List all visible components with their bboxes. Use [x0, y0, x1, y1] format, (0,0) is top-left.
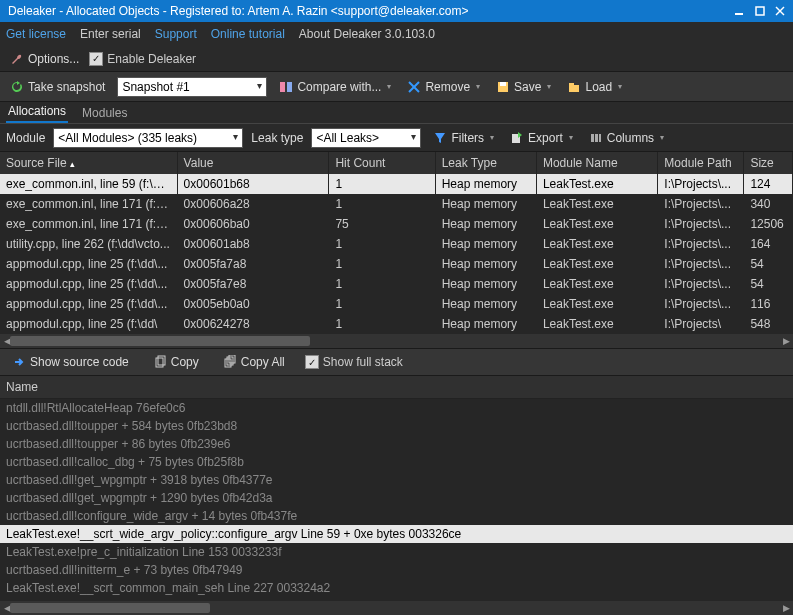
remove-label: Remove [425, 80, 470, 94]
filters-button[interactable]: Filters ▾ [429, 129, 498, 147]
minimize-button[interactable] [731, 3, 749, 19]
scroll-right-icon[interactable]: ▶ [779, 601, 793, 615]
col-source[interactable]: Source File▴ [0, 152, 177, 174]
cell-mod: LeakTest.exe [536, 314, 657, 334]
snapshot-select[interactable]: Snapshot #1 [117, 77, 267, 97]
col-value[interactable]: Value [177, 152, 329, 174]
copy-button[interactable]: Copy [149, 353, 203, 371]
maximize-button[interactable] [751, 3, 769, 19]
load-button[interactable]: Load ▾ [563, 78, 626, 96]
menu-enter-serial[interactable]: Enter serial [80, 27, 141, 41]
cell-size: 12506 [744, 214, 793, 234]
cell-leak: Heap memory [435, 274, 536, 294]
table-row[interactable]: appmodul.cpp, line 25 (f:\dd\...0x005eb0… [0, 294, 793, 314]
tab-modules[interactable]: Modules [80, 103, 129, 123]
cell-val: 0x00601b68 [177, 174, 329, 194]
save-icon [496, 80, 510, 94]
show-source-label: Show source code [30, 355, 129, 369]
remove-icon [407, 80, 421, 94]
cell-mod: LeakTest.exe [536, 254, 657, 274]
refresh-icon [10, 80, 24, 94]
scroll-thumb[interactable] [10, 603, 210, 613]
stack-item[interactable]: ucrtbased.dll!calloc_dbg + 75 bytes 0fb2… [0, 453, 793, 471]
stack-item[interactable]: ucrtbased.dll!toupper + 86 bytes 0fb239e… [0, 435, 793, 453]
table-row[interactable]: appmodul.cpp, line 25 (f:\dd\...0x005fa7… [0, 274, 793, 294]
svg-rect-4 [280, 82, 285, 92]
menu-support[interactable]: Support [155, 27, 197, 41]
stack-item[interactable]: ntdll.dll!RtlAllocateHeap 76efe0c6 [0, 399, 793, 417]
cell-size: 116 [744, 294, 793, 314]
table-row[interactable]: exe_common.inl, line 59 (f:\dd\...0x0060… [0, 174, 793, 194]
col-path[interactable]: Module Path [658, 152, 744, 174]
funnel-icon [433, 131, 447, 145]
svg-rect-16 [156, 358, 163, 367]
cell-src: exe_common.inl, line 171 (f:\d... [0, 214, 177, 234]
take-snapshot-button[interactable]: Take snapshot [6, 78, 109, 96]
export-button[interactable]: Export ▾ [506, 129, 577, 147]
leak-type-select[interactable]: <All Leaks> [311, 128, 421, 148]
cell-size: 124 [744, 174, 793, 194]
cell-mod: LeakTest.exe [536, 174, 657, 194]
save-label: Save [514, 80, 541, 94]
remove-button[interactable]: Remove ▾ [403, 78, 484, 96]
tab-allocations[interactable]: Allocations [6, 101, 68, 123]
cell-hit: 1 [329, 314, 435, 334]
svg-rect-5 [287, 82, 292, 92]
compare-button[interactable]: Compare with... ▾ [275, 78, 395, 96]
stack-item[interactable]: LeakTest.exe!__scrt_wide_argv_policy::co… [0, 525, 793, 543]
table-h-scrollbar[interactable]: ◀ ▶ [0, 334, 793, 348]
col-leak[interactable]: Leak Type [435, 152, 536, 174]
checkbox-icon: ✓ [305, 355, 319, 369]
table-row[interactable]: appmodul.cpp, line 25 (f:\dd\...0x005fa7… [0, 254, 793, 274]
stack-item[interactable]: ucrtbased.dll!toupper + 584 bytes 0fb23b… [0, 417, 793, 435]
show-full-stack-label: Show full stack [323, 355, 403, 369]
cell-hit: 1 [329, 274, 435, 294]
close-button[interactable] [771, 3, 789, 19]
cell-path: I:\Projects\... [658, 174, 744, 194]
svg-rect-1 [756, 7, 764, 15]
stack-item[interactable]: ucrtbased.dll!initterm_e + 73 bytes 0fb4… [0, 561, 793, 579]
cell-path: I:\Projects\... [658, 194, 744, 214]
leak-type-label: Leak type [251, 131, 303, 145]
stack-h-scrollbar[interactable]: ◀ ▶ [0, 601, 793, 615]
table-row[interactable]: exe_common.inl, line 171 (f:\d...0x00606… [0, 194, 793, 214]
table-row[interactable]: appmodul.cpp, line 25 (f:\dd\0x006242781… [0, 314, 793, 334]
cell-leak: Heap memory [435, 254, 536, 274]
stack-item[interactable]: ucrtbased.dll!get_wpgmptr + 1290 bytes 0… [0, 489, 793, 507]
module-select[interactable]: <All Modules> (335 leaks) [53, 128, 243, 148]
snapshot-value: Snapshot #1 [122, 80, 189, 94]
stack-item[interactable]: ucrtbased.dll!configure_wide_argv + 14 b… [0, 507, 793, 525]
show-full-stack-toggle[interactable]: ✓ Show full stack [305, 355, 403, 369]
col-size[interactable]: Size [744, 152, 793, 174]
columns-button[interactable]: Columns ▾ [585, 129, 668, 147]
menu-get-license[interactable]: Get license [6, 27, 66, 41]
filter-toolbar: Module <All Modules> (335 leaks) Leak ty… [0, 124, 793, 152]
cell-val: 0x00606a28 [177, 194, 329, 214]
copy-all-button[interactable]: Copy All [219, 353, 289, 371]
scroll-right-icon[interactable]: ▶ [779, 334, 793, 348]
cell-src: appmodul.cpp, line 25 (f:\dd\... [0, 254, 177, 274]
cell-mod: LeakTest.exe [536, 294, 657, 314]
col-module[interactable]: Module Name [536, 152, 657, 174]
table-row[interactable]: utility.cpp, line 262 (f:\dd\vcto...0x00… [0, 234, 793, 254]
cell-mod: LeakTest.exe [536, 234, 657, 254]
cell-hit: 1 [329, 174, 435, 194]
stack-item[interactable]: ucrtbased.dll!get_wpgmptr + 3918 bytes 0… [0, 471, 793, 489]
show-source-button[interactable]: Show source code [8, 353, 133, 371]
cell-mod: LeakTest.exe [536, 214, 657, 234]
save-button[interactable]: Save ▾ [492, 78, 555, 96]
filters-label: Filters [451, 131, 484, 145]
scroll-thumb[interactable] [10, 336, 310, 346]
enable-deleaker-toggle[interactable]: ✓ Enable Deleaker [89, 52, 196, 66]
menu-about[interactable]: About Deleaker 3.0.103.0 [299, 27, 435, 41]
cell-src: exe_common.inl, line 59 (f:\dd\... [0, 174, 177, 194]
options-button[interactable]: Options... [6, 50, 83, 68]
table-row[interactable]: exe_common.inl, line 171 (f:\d...0x00606… [0, 214, 793, 234]
stack-item[interactable]: LeakTest.exe!__scrt_common_main_seh Line… [0, 579, 793, 597]
svg-rect-9 [500, 82, 506, 86]
menu-online-tutorial[interactable]: Online tutorial [211, 27, 285, 41]
svg-rect-14 [595, 134, 598, 142]
stack-item[interactable]: LeakTest.exe!pre_c_initialization Line 1… [0, 543, 793, 561]
col-hit[interactable]: Hit Count [329, 152, 435, 174]
options-label: Options... [28, 52, 79, 66]
